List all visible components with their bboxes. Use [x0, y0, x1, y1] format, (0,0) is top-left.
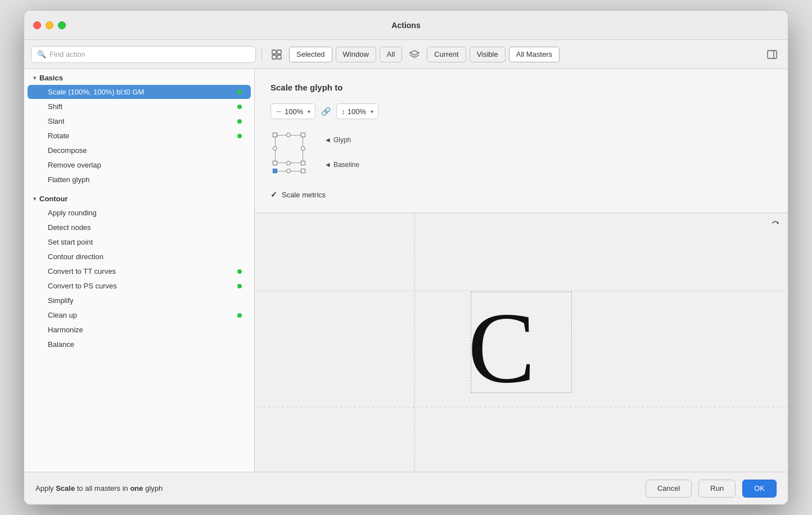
svg-rect-1 — [277, 50, 281, 54]
toolbar-separator — [261, 48, 262, 61]
sidebar-item-convert-tt[interactable]: Convert to TT curves — [28, 264, 251, 278]
sidebar-item-flatten-glyph[interactable]: Flatten glyph — [28, 173, 251, 187]
sidebar-toggle-button[interactable] — [763, 47, 781, 62]
handle-mr[interactable] — [301, 146, 305, 151]
sidebar-item-convert-ps[interactable]: Convert to PS curves — [28, 279, 251, 293]
scale-metrics-row: ✓ Scale metrics — [270, 190, 772, 199]
window: Actions 🔍 Find action Selected Window Al… — [24, 10, 788, 505]
simplify-label: Simplify — [48, 296, 242, 305]
clean-up-label: Clean up — [48, 311, 237, 319]
tab-current[interactable]: Current — [427, 47, 466, 62]
glyph-labels: ◄ Glyph ◄ Baseline — [324, 130, 359, 169]
svg-rect-3 — [277, 55, 281, 59]
sidebar-item-apply-rounding[interactable]: Apply rounding — [28, 206, 251, 220]
scale-metrics-label: Scale metrics — [282, 191, 326, 199]
handle-tr[interactable] — [301, 133, 305, 137]
preview-panel: C — [255, 213, 788, 472]
cancel-button[interactable]: Cancel — [646, 480, 692, 498]
section-contour[interactable]: ▾ Contour — [24, 190, 254, 205]
sidebar-item-detect-nodes[interactable]: Detect nodes — [28, 220, 251, 234]
slant-label: Slant — [48, 117, 237, 125]
layers-icon-button[interactable] — [405, 47, 423, 62]
handle-baseline[interactable] — [273, 169, 277, 173]
sidebar-item-decompose[interactable]: Decompose — [28, 143, 251, 157]
handle-baseline-m[interactable] — [286, 169, 291, 173]
glyph-arrow-icon: ◄ — [324, 136, 331, 144]
tab-selected[interactable]: Selected — [289, 47, 332, 62]
status-bold2: one — [130, 484, 143, 493]
handle-bl[interactable] — [273, 161, 277, 165]
svg-rect-0 — [272, 50, 276, 54]
section-basics[interactable]: ▾ Basics — [24, 69, 254, 84]
glyph-rect — [275, 135, 303, 163]
svg-rect-4 — [768, 51, 777, 58]
convert-ps-label: Convert to PS curves — [48, 282, 237, 290]
sidebar-item-rotate[interactable]: Rotate — [28, 129, 251, 143]
handle-br[interactable] — [301, 161, 305, 165]
tab-window[interactable]: Window — [336, 47, 376, 62]
handle-ml[interactable] — [273, 146, 277, 151]
search-placeholder: Find action — [49, 50, 85, 58]
contour-direction-label: Contour direction — [48, 252, 242, 261]
rotate-dot — [237, 134, 242, 138]
shift-label: Shift — [48, 102, 237, 111]
scale-controls: ↔ 100% ▾ 🔗 ↕ 100% ▾ — [270, 103, 772, 119]
handle-bm[interactable] — [286, 161, 291, 165]
sidebar-item-balance[interactable]: Balance — [28, 337, 251, 351]
ok-button[interactable]: OK — [742, 480, 777, 498]
link-proportional-icon[interactable]: 🔗 — [321, 107, 331, 116]
section-basics-label: Basics — [39, 74, 63, 82]
convert-tt-label: Convert to TT curves — [48, 267, 237, 275]
sidebar-item-clean-up[interactable]: Clean up — [28, 308, 251, 322]
rotate-label: Rotate — [48, 132, 237, 140]
width-icon: ↔ — [276, 107, 282, 115]
search-box[interactable]: 🔍 Find action — [31, 46, 256, 63]
run-button[interactable]: Run — [698, 480, 736, 498]
balance-label: Balance — [48, 340, 242, 349]
glyph-label-baseline: ◄ Baseline — [324, 161, 359, 169]
baseline-arrow-icon: ◄ — [324, 161, 331, 169]
search-icon: 🔍 — [37, 50, 46, 58]
sidebar-item-slant[interactable]: Slant — [28, 114, 251, 128]
status-part1: Apply — [35, 484, 56, 493]
glyph-letter: C — [468, 297, 535, 399]
handle-baseline-r[interactable] — [301, 169, 305, 173]
glyph-box-container — [270, 130, 315, 181]
set-start-point-label: Set start point — [48, 238, 242, 246]
scale-metrics-check: ✓ — [270, 190, 277, 199]
bottom-bar: Apply Scale to all masters in one glyph … — [24, 472, 788, 504]
tab-all[interactable]: All — [380, 47, 402, 62]
minimize-button[interactable] — [46, 21, 53, 29]
maximize-button[interactable] — [58, 21, 66, 29]
scale-dot — [237, 90, 242, 94]
right-panel: Scale the glyph to ↔ 100% ▾ 🔗 ↕ 100% ▾ — [255, 69, 788, 472]
slant-dot — [237, 119, 242, 124]
tab-all-masters[interactable]: All Masters — [509, 47, 560, 62]
close-button[interactable] — [33, 21, 41, 29]
harmonize-label: Harmonize — [48, 326, 242, 334]
chevron-basics-icon: ▾ — [33, 75, 36, 81]
sidebar-item-set-start-point[interactable]: Set start point — [28, 235, 251, 249]
handle-tm[interactable] — [286, 133, 291, 137]
traffic-lights — [33, 21, 66, 29]
toolbar: 🔍 Find action Selected Window All Curren… — [24, 40, 788, 69]
glyph-preview: C — [459, 281, 583, 404]
sidebar-item-scale[interactable]: Scale (100%, 100%) bl:t0 GM — [28, 85, 251, 99]
sidebar: ▾ Basics Scale (100%, 100%) bl:t0 GM Shi… — [24, 69, 255, 472]
height-value: 100% — [348, 107, 366, 116]
glyph-label-text: Glyph — [333, 136, 351, 144]
sidebar-item-remove-overlap[interactable]: Remove overlap — [28, 158, 251, 172]
sidebar-item-contour-direction[interactable]: Contour direction — [28, 250, 251, 264]
handle-tl[interactable] — [273, 133, 277, 137]
status-text: Apply Scale to all masters in one glyph — [35, 484, 639, 493]
sidebar-item-shift[interactable]: Shift — [28, 100, 251, 114]
sidebar-item-simplify[interactable]: Simplify — [28, 293, 251, 308]
tab-visible[interactable]: Visible — [470, 47, 506, 62]
height-input-group[interactable]: ↕ 100% ▾ — [336, 103, 378, 119]
svg-rect-2 — [272, 55, 276, 59]
width-input-group[interactable]: ↔ 100% ▾ — [270, 103, 315, 119]
remove-overlap-label: Remove overlap — [48, 161, 242, 169]
sidebar-item-harmonize[interactable]: Harmonize — [28, 323, 251, 337]
width-dropdown-icon: ▾ — [308, 109, 310, 115]
actions-icon-button[interactable] — [268, 47, 286, 62]
